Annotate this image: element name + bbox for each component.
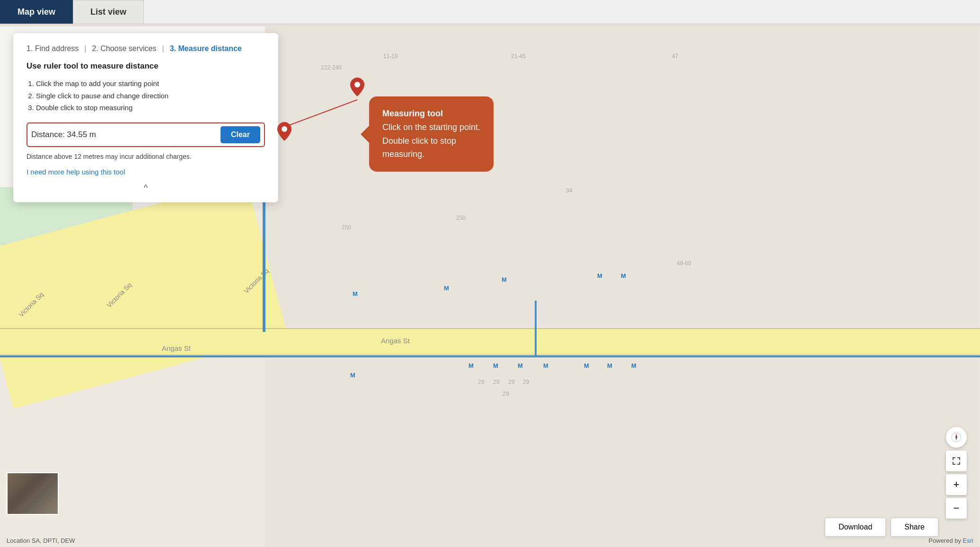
- tooltip-bubble: Measuring tool Click on the starting poi…: [369, 96, 494, 172]
- map-m-label: M: [584, 362, 589, 369]
- svg-point-1: [354, 82, 360, 87]
- map-m-label: M: [631, 362, 636, 369]
- zoom-in-button[interactable]: +: [946, 474, 967, 495]
- map-number-label: 29: [523, 379, 529, 385]
- distance-input[interactable]: [31, 130, 216, 139]
- tooltip-line2: Click on the starting point.: [382, 121, 480, 134]
- sep2: |: [162, 44, 164, 53]
- share-button[interactable]: Share: [891, 518, 938, 537]
- map-number-label: 29: [508, 379, 514, 385]
- map-number-label: 34: [566, 187, 572, 194]
- street-label-angas-st-1: Angas St: [162, 344, 191, 352]
- map-number-label: 29: [503, 391, 509, 397]
- sep1: |: [84, 44, 86, 53]
- map-number-label: 29: [478, 379, 484, 385]
- instruction-2: Single click to pause and change directi…: [36, 90, 265, 102]
- map-number-label: 250: [342, 224, 351, 231]
- street-label-angas-st-2: Angas St: [381, 337, 410, 345]
- map-m-label: M: [607, 362, 612, 369]
- compass-button[interactable]: [946, 427, 967, 448]
- minimap: [7, 472, 59, 515]
- map-m-label: M: [468, 362, 474, 369]
- svg-point-6: [955, 436, 957, 438]
- instruction-1: Click the map to add your starting point: [36, 78, 265, 90]
- map-number-label: 250: [456, 215, 466, 221]
- tab-map-view[interactable]: Map view: [0, 0, 73, 24]
- step2-label: 2. Choose services: [92, 44, 156, 53]
- map-m-label: M: [518, 362, 523, 369]
- map-m-label: M: [502, 276, 507, 283]
- step3-label: 3. Measure distance: [170, 44, 242, 53]
- instruction-3: Double click to stop measuring: [36, 102, 265, 114]
- map-m-label: M: [493, 362, 498, 369]
- map-pin-end: [277, 122, 291, 141]
- bottom-buttons: Download Share: [825, 518, 938, 537]
- map-m-label: M: [621, 272, 626, 279]
- attribution-left: Location SA, DPTI, DEW: [7, 537, 75, 544]
- map-number-label: 29: [493, 379, 499, 385]
- map-number-label: 48-60: [677, 260, 691, 267]
- map-m-label: M: [350, 372, 355, 379]
- map-m-label: M: [543, 362, 548, 369]
- distance-input-row: Clear: [26, 122, 265, 147]
- step1-label: 1. Find address: [26, 44, 79, 53]
- collapse-arrow[interactable]: ^: [26, 183, 265, 193]
- tooltip-line1: Measuring tool: [382, 107, 480, 121]
- map-m-label: M: [597, 272, 602, 279]
- map-controls: + −: [946, 427, 967, 519]
- map-pin-start: [350, 78, 364, 96]
- esri-link[interactable]: Esri: [963, 537, 973, 544]
- panel-steps: 1. Find address | 2. Choose services | 3…: [26, 44, 265, 53]
- help-link[interactable]: I need more help using this tool: [26, 168, 125, 176]
- zoom-out-button[interactable]: −: [946, 498, 967, 519]
- download-button[interactable]: Download: [825, 518, 886, 537]
- svg-point-2: [282, 126, 287, 132]
- map-number-label: 21-45: [511, 53, 526, 60]
- tab-bar: Map view List view: [0, 0, 980, 24]
- panel-title: Use ruler tool to measure distance: [26, 61, 265, 71]
- map-number-label: 47: [672, 53, 678, 60]
- tooltip-line3: Double click to stop: [382, 134, 480, 148]
- map-number-label: 222-240: [321, 64, 342, 71]
- charge-note: Distance above 12 metres may incur addit…: [26, 153, 265, 160]
- map-m-label: M: [353, 290, 358, 297]
- tooltip-line4: measuring.: [382, 148, 480, 161]
- map-m-label: M: [444, 285, 449, 292]
- expand-button[interactable]: [946, 451, 967, 471]
- map-number-label: 11-19: [383, 53, 398, 60]
- clear-button[interactable]: Clear: [221, 126, 260, 143]
- panel: 1. Find address | 2. Choose services | 3…: [13, 33, 278, 202]
- tab-list-view[interactable]: List view: [73, 0, 144, 24]
- attribution-right: Powered by Esri: [928, 537, 973, 544]
- panel-instructions: Click the map to add your starting point…: [26, 78, 265, 114]
